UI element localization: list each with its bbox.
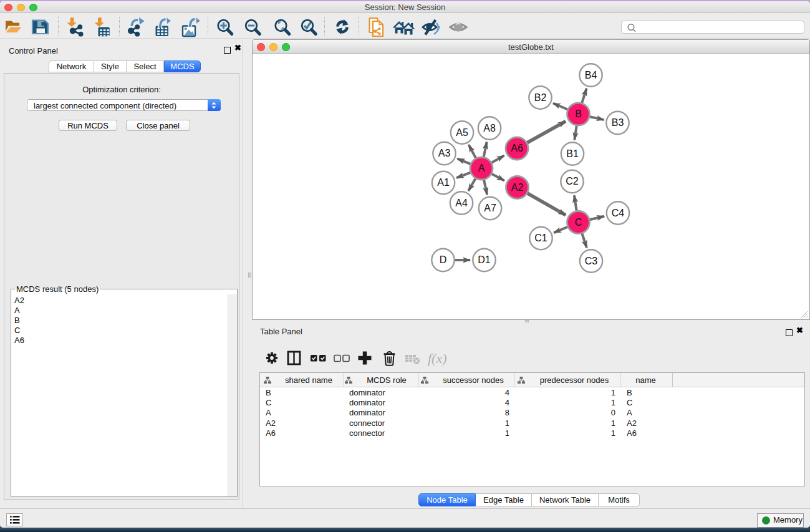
svg-text:C: C [575,217,582,228]
svg-text:A4: A4 [455,198,468,208]
svg-text:B: B [575,109,582,119]
svg-text:D: D [440,254,447,265]
svg-text:A8: A8 [483,123,496,133]
svg-text:A7: A7 [484,203,496,213]
svg-text:A1: A1 [437,177,450,188]
svg-text:A5: A5 [456,127,468,138]
svg-text:C1: C1 [534,233,547,243]
svg-text:C3: C3 [585,256,598,266]
svg-text:D1: D1 [478,254,491,265]
svg-text:C4: C4 [612,208,625,218]
svg-text:C2: C2 [566,176,579,186]
svg-text:f(x): f(x) [428,351,447,366]
svg-text:B3: B3 [612,117,624,128]
svg-text:A3: A3 [438,148,451,158]
svg-text:A2: A2 [511,182,524,193]
svg-text:A6: A6 [511,143,523,153]
svg-text:B4: B4 [585,70,597,80]
svg-text:B1: B1 [566,148,579,159]
svg-text:B2: B2 [534,92,547,103]
svg-text:A: A [478,163,485,173]
